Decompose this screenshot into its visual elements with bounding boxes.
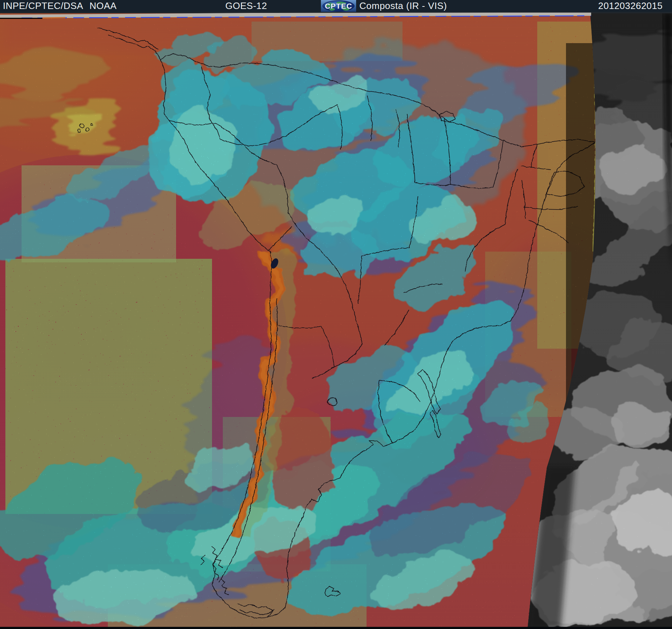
agency-label: INPE/CPTEC/DSA: [3, 0, 83, 12]
product-label: Composta (IR - VIS): [359, 0, 447, 12]
cptec-logo: CPTEC: [321, 0, 356, 12]
color-composite-region: [0, 0, 622, 629]
satellite-label: GOES-12: [225, 0, 267, 12]
satellite-image: [0, 0, 672, 629]
title-bar: INPE/CPTEC/DSA NOAA GOES-12 Composta (IR…: [0, 0, 672, 12]
top-orange-segment: [42, 18, 65, 18]
color-grain-overlay: [0, 12, 597, 629]
logo-text: CPTEC: [325, 2, 352, 10]
timestamp-label: 201203262015: [598, 0, 663, 12]
noaa-label: NOAA: [89, 0, 117, 12]
bottom-black-strip: [0, 627, 672, 629]
satellite-viewer: INPE/CPTEC/DSA NOAA GOES-12 Composta (IR…: [0, 0, 672, 629]
